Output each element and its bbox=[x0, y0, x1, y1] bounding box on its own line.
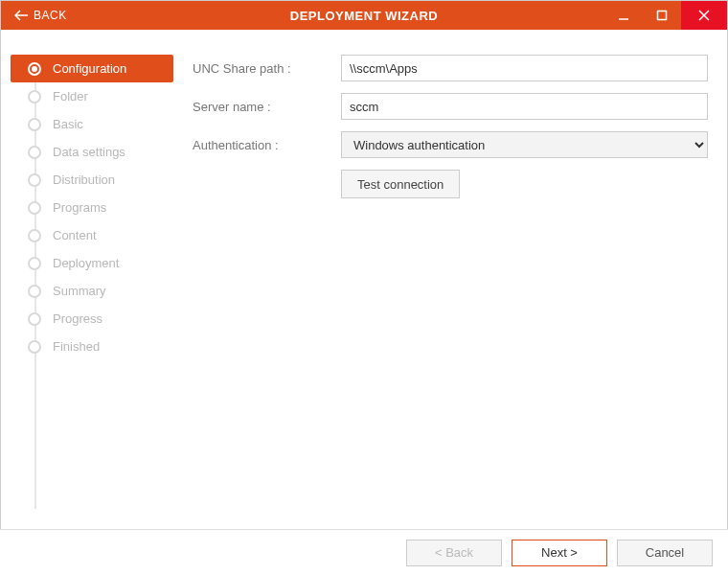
authentication-label: Authentication : bbox=[193, 138, 341, 152]
step-label: Configuration bbox=[53, 61, 126, 76]
step-label: Deployment bbox=[53, 256, 119, 270]
close-button[interactable] bbox=[681, 1, 727, 30]
wizard-footer: < Back Next > Cancel bbox=[0, 529, 728, 575]
window-title: DEPLOYMENT WIZARD bbox=[290, 9, 438, 23]
test-connection-button[interactable]: Test connection bbox=[341, 170, 460, 198]
next-nav-button[interactable]: Next > bbox=[512, 540, 607, 566]
row-authentication: Authentication : Windows authentication bbox=[193, 131, 708, 158]
close-icon bbox=[698, 10, 710, 21]
row-unc-path: UNC Share path : bbox=[193, 55, 708, 81]
unc-path-input[interactable] bbox=[341, 55, 708, 81]
step-progress[interactable]: Progress bbox=[11, 305, 173, 333]
step-label: Data settings bbox=[53, 145, 125, 159]
window-controls bbox=[604, 1, 727, 30]
step-bullet-icon bbox=[28, 146, 41, 159]
step-bullet-icon bbox=[28, 229, 41, 242]
step-bullet-icon bbox=[28, 340, 41, 354]
server-name-label: Server name : bbox=[193, 100, 341, 114]
step-label: Progress bbox=[53, 311, 102, 326]
row-test-connection: Test connection bbox=[193, 170, 708, 198]
maximize-button[interactable] bbox=[643, 1, 681, 30]
step-label: Programs bbox=[53, 200, 106, 215]
wizard-body: Configuration Folder Basic Data settings… bbox=[1, 30, 727, 528]
step-bullet-icon bbox=[28, 90, 41, 104]
minimize-icon bbox=[618, 10, 629, 21]
step-label: Folder bbox=[53, 89, 88, 104]
back-label: BACK bbox=[34, 9, 67, 22]
step-distribution[interactable]: Distribution bbox=[11, 166, 173, 194]
step-label: Distribution bbox=[53, 172, 115, 187]
step-bullet-icon bbox=[28, 312, 41, 326]
step-content[interactable]: Content bbox=[11, 221, 173, 249]
step-basic[interactable]: Basic bbox=[11, 110, 173, 138]
back-button[interactable]: BACK bbox=[1, 1, 80, 30]
step-summary[interactable]: Summary bbox=[11, 277, 173, 305]
maximize-icon bbox=[656, 10, 668, 21]
cancel-nav-button[interactable]: Cancel bbox=[617, 540, 713, 566]
step-finished[interactable]: Finished bbox=[11, 333, 173, 360]
minimize-button[interactable] bbox=[604, 1, 643, 30]
svg-rect-1 bbox=[658, 12, 667, 20]
step-label: Content bbox=[53, 228, 97, 242]
arrow-left-icon bbox=[14, 10, 28, 21]
row-server-name: Server name : bbox=[193, 93, 708, 120]
back-nav-button: < Back bbox=[406, 540, 502, 566]
step-label: Summary bbox=[53, 284, 106, 298]
step-folder[interactable]: Folder bbox=[11, 82, 173, 110]
step-deployment[interactable]: Deployment bbox=[11, 249, 173, 277]
step-data-settings[interactable]: Data settings bbox=[11, 138, 173, 166]
unc-path-label: UNC Share path : bbox=[193, 61, 341, 76]
step-bullet-icon bbox=[28, 62, 41, 76]
step-configuration[interactable]: Configuration bbox=[11, 55, 173, 82]
step-bullet-icon bbox=[28, 173, 41, 187]
step-bullet-icon bbox=[28, 257, 41, 270]
step-programs[interactable]: Programs bbox=[11, 194, 173, 221]
step-label: Finished bbox=[53, 339, 100, 354]
step-list: Configuration Folder Basic Data settings… bbox=[11, 49, 173, 528]
form-panel: UNC Share path : Server name : Authentic… bbox=[173, 49, 717, 528]
titlebar: BACK DEPLOYMENT WIZARD bbox=[1, 1, 727, 30]
server-name-input[interactable] bbox=[341, 93, 708, 120]
step-bullet-icon bbox=[28, 285, 41, 298]
authentication-select[interactable]: Windows authentication bbox=[341, 131, 708, 158]
step-bullet-icon bbox=[28, 201, 41, 215]
step-label: Basic bbox=[53, 117, 83, 131]
step-bullet-icon bbox=[28, 118, 41, 131]
